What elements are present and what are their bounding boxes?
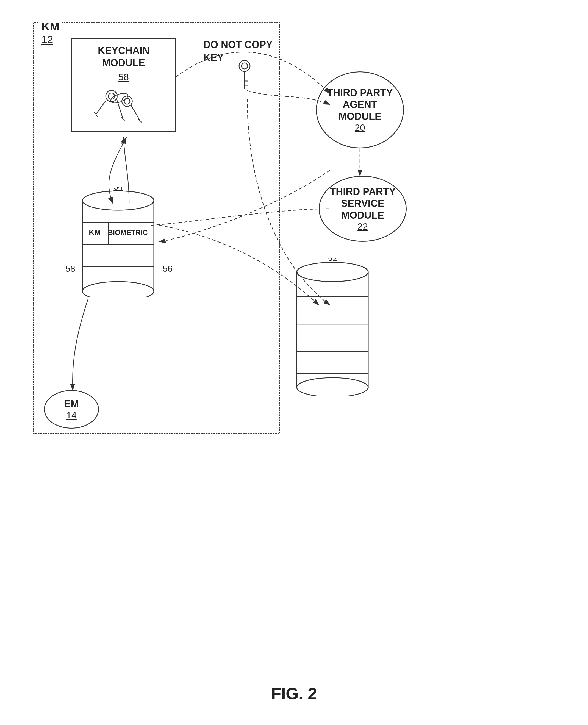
svg-point-36 bbox=[297, 378, 368, 396]
em-module-oval: EM 14 bbox=[44, 390, 99, 429]
svg-text:52: 52 bbox=[328, 258, 337, 263]
keychain-module-label: KEYCHAINMODULE bbox=[98, 44, 149, 69]
ref-56-label: 56 bbox=[163, 264, 172, 274]
svg-line-6 bbox=[96, 114, 98, 117]
svg-line-12 bbox=[140, 121, 142, 123]
keychain-box: KEYCHAINMODULE 58 bbox=[71, 39, 176, 132]
database-52-cylinder: DATABASE 52 bbox=[291, 258, 374, 396]
svg-line-5 bbox=[94, 112, 96, 114]
svg-line-4 bbox=[96, 101, 106, 114]
svg-rect-30 bbox=[297, 272, 368, 387]
svg-text:KM: KM bbox=[89, 228, 101, 237]
svg-point-20 bbox=[82, 191, 154, 210]
third-party-service-number: 22 bbox=[357, 221, 368, 232]
svg-point-14 bbox=[239, 60, 250, 71]
em-module-number: 14 bbox=[66, 410, 77, 421]
svg-text:54: 54 bbox=[113, 187, 123, 191]
third-party-service-label: THIRD PARTYSERVICEMODULE bbox=[330, 186, 395, 221]
third-party-service-oval: THIRD PARTYSERVICEMODULE 22 bbox=[319, 176, 407, 242]
svg-line-10 bbox=[131, 105, 140, 121]
keychain-keys-icon bbox=[81, 81, 168, 127]
em-module-label: EM bbox=[64, 398, 79, 410]
svg-text:BIOMETRIC: BIOMETRIC bbox=[108, 228, 148, 237]
svg-rect-19 bbox=[82, 200, 154, 291]
figure-caption: FIG. 2 bbox=[271, 684, 317, 703]
svg-point-0 bbox=[106, 90, 117, 102]
svg-point-31 bbox=[297, 262, 368, 282]
diagram-container: KM 12 KEYCHAINMODULE 58 bbox=[27, 17, 561, 621]
km-label: KM bbox=[39, 20, 62, 33]
do-not-copy-key-icon bbox=[234, 59, 255, 92]
svg-point-15 bbox=[241, 63, 248, 69]
third-party-agent-number: 20 bbox=[355, 122, 365, 133]
third-party-agent-label: THIRD PARTYAGENTMODULE bbox=[327, 87, 393, 123]
database-54-cylinder: KM BIOMETRIC DATABASE 54 bbox=[77, 187, 160, 297]
third-party-agent-oval: THIRD PARTYAGENTMODULE 20 bbox=[316, 71, 404, 148]
km-number: 12 bbox=[39, 34, 55, 46]
ref-58-db-label: 58 bbox=[65, 264, 75, 274]
svg-line-9 bbox=[123, 120, 125, 122]
